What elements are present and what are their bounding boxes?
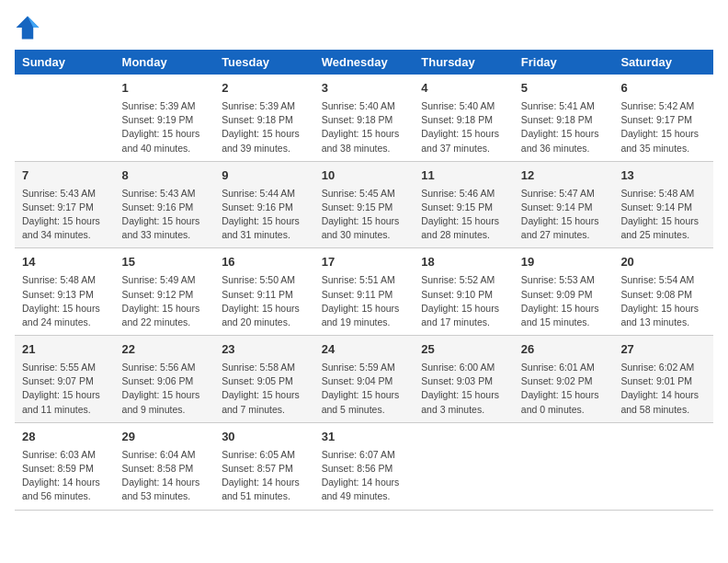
calendar-cell: 7Sunrise: 5:43 AM Sunset: 9:17 PM Daylig… — [15, 161, 115, 248]
day-number: 13 — [620, 167, 706, 185]
day-info: Sunrise: 5:43 AM Sunset: 9:16 PM Dayligh… — [122, 187, 208, 243]
calendar-cell — [613, 422, 713, 510]
day-info: Sunrise: 5:50 AM Sunset: 9:11 PM Dayligh… — [222, 273, 307, 329]
calendar-cell: 15Sunrise: 5:49 AM Sunset: 9:12 PM Dayli… — [115, 248, 215, 336]
day-info: Sunrise: 5:41 AM Sunset: 9:18 PM Dayligh… — [521, 99, 607, 155]
calendar-cell: 25Sunrise: 6:00 AM Sunset: 9:03 PM Dayli… — [414, 336, 514, 423]
day-number: 8 — [122, 167, 208, 185]
day-number: 1 — [122, 80, 208, 98]
day-info: Sunrise: 5:47 AM Sunset: 9:14 PM Dayligh… — [521, 187, 607, 243]
day-info: Sunrise: 5:54 AM Sunset: 9:08 PM Dayligh… — [620, 273, 706, 329]
calendar-cell: 1Sunrise: 5:39 AM Sunset: 9:19 PM Daylig… — [115, 75, 215, 161]
calendar-cell: 9Sunrise: 5:44 AM Sunset: 9:16 PM Daylig… — [214, 161, 314, 248]
day-info: Sunrise: 5:53 AM Sunset: 9:09 PM Dayligh… — [521, 273, 607, 329]
day-info: Sunrise: 5:39 AM Sunset: 9:19 PM Dayligh… — [122, 99, 208, 155]
calendar-cell: 18Sunrise: 5:52 AM Sunset: 9:10 PM Dayli… — [414, 248, 514, 336]
day-info: Sunrise: 5:44 AM Sunset: 9:16 PM Dayligh… — [222, 187, 307, 243]
calendar-cell: 28Sunrise: 6:03 AM Sunset: 8:59 PM Dayli… — [15, 422, 115, 510]
calendar-cell: 3Sunrise: 5:40 AM Sunset: 9:18 PM Daylig… — [314, 75, 415, 161]
day-info: Sunrise: 6:02 AM Sunset: 9:01 PM Dayligh… — [620, 361, 706, 417]
day-number: 4 — [421, 80, 506, 98]
day-info: Sunrise: 5:40 AM Sunset: 9:18 PM Dayligh… — [421, 99, 506, 155]
day-number: 19 — [521, 254, 607, 271]
day-number: 14 — [22, 254, 108, 271]
calendar-cell: 11Sunrise: 5:46 AM Sunset: 9:15 PM Dayli… — [414, 161, 514, 248]
day-number: 9 — [222, 167, 307, 185]
day-number: 3 — [322, 80, 407, 98]
day-number: 10 — [322, 167, 407, 185]
calendar-cell — [15, 75, 115, 161]
calendar-cell — [514, 422, 614, 510]
calendar-table: SundayMondayTuesdayWednesdayThursdayFrid… — [15, 50, 713, 511]
day-info: Sunrise: 5:49 AM Sunset: 9:12 PM Dayligh… — [122, 273, 208, 329]
logo-icon — [15, 15, 40, 40]
header-row: SundayMondayTuesdayWednesdayThursdayFrid… — [15, 50, 713, 75]
day-info: Sunrise: 6:00 AM Sunset: 9:03 PM Dayligh… — [421, 361, 506, 417]
calendar-cell: 22Sunrise: 5:56 AM Sunset: 9:06 PM Dayli… — [115, 336, 215, 423]
week-row-1: 1Sunrise: 5:39 AM Sunset: 9:19 PM Daylig… — [15, 75, 713, 161]
col-header-wednesday: Wednesday — [314, 50, 415, 75]
day-info: Sunrise: 5:48 AM Sunset: 9:13 PM Dayligh… — [22, 273, 108, 329]
day-info: Sunrise: 5:45 AM Sunset: 9:15 PM Dayligh… — [322, 187, 407, 243]
calendar-cell: 8Sunrise: 5:43 AM Sunset: 9:16 PM Daylig… — [115, 161, 215, 248]
calendar-cell: 20Sunrise: 5:54 AM Sunset: 9:08 PM Dayli… — [613, 248, 713, 336]
calendar-cell: 26Sunrise: 6:01 AM Sunset: 9:02 PM Dayli… — [514, 336, 614, 423]
day-number: 11 — [421, 167, 506, 185]
day-info: Sunrise: 6:07 AM Sunset: 8:56 PM Dayligh… — [322, 448, 407, 504]
calendar-cell: 16Sunrise: 5:50 AM Sunset: 9:11 PM Dayli… — [214, 248, 314, 336]
day-number: 18 — [421, 254, 506, 271]
day-number: 23 — [222, 341, 307, 359]
calendar-cell: 5Sunrise: 5:41 AM Sunset: 9:18 PM Daylig… — [514, 75, 614, 161]
calendar-cell: 13Sunrise: 5:48 AM Sunset: 9:14 PM Dayli… — [613, 161, 713, 248]
day-number: 16 — [222, 254, 307, 271]
day-number: 30 — [222, 429, 307, 446]
day-number: 2 — [222, 80, 307, 98]
day-number: 5 — [521, 80, 607, 98]
day-info: Sunrise: 6:04 AM Sunset: 8:58 PM Dayligh… — [122, 448, 208, 504]
day-number: 22 — [122, 341, 208, 359]
calendar-cell: 24Sunrise: 5:59 AM Sunset: 9:04 PM Dayli… — [314, 336, 415, 423]
day-number: 21 — [22, 341, 108, 359]
day-info: Sunrise: 5:58 AM Sunset: 9:05 PM Dayligh… — [222, 361, 307, 417]
calendar-cell: 19Sunrise: 5:53 AM Sunset: 9:09 PM Dayli… — [514, 248, 614, 336]
day-info: Sunrise: 6:03 AM Sunset: 8:59 PM Dayligh… — [22, 448, 108, 504]
calendar-cell: 17Sunrise: 5:51 AM Sunset: 9:11 PM Dayli… — [314, 248, 415, 336]
day-number: 31 — [322, 429, 407, 446]
calendar-cell: 31Sunrise: 6:07 AM Sunset: 8:56 PM Dayli… — [314, 422, 415, 510]
week-row-3: 14Sunrise: 5:48 AM Sunset: 9:13 PM Dayli… — [15, 248, 713, 336]
day-number: 25 — [421, 341, 506, 359]
day-number: 6 — [620, 80, 706, 98]
day-number: 7 — [22, 167, 108, 185]
day-number: 27 — [620, 341, 706, 359]
day-number: 20 — [620, 254, 706, 271]
day-number: 12 — [521, 167, 607, 185]
day-number: 28 — [22, 429, 108, 446]
day-info: Sunrise: 5:59 AM Sunset: 9:04 PM Dayligh… — [322, 361, 407, 417]
calendar-cell: 30Sunrise: 6:05 AM Sunset: 8:57 PM Dayli… — [214, 422, 314, 510]
calendar-cell: 29Sunrise: 6:04 AM Sunset: 8:58 PM Dayli… — [115, 422, 215, 510]
day-info: Sunrise: 6:05 AM Sunset: 8:57 PM Dayligh… — [222, 448, 307, 504]
col-header-saturday: Saturday — [613, 50, 713, 75]
week-row-4: 21Sunrise: 5:55 AM Sunset: 9:07 PM Dayli… — [15, 336, 713, 423]
day-number: 26 — [521, 341, 607, 359]
col-header-friday: Friday — [514, 50, 614, 75]
day-info: Sunrise: 5:48 AM Sunset: 9:14 PM Dayligh… — [620, 187, 706, 243]
day-info: Sunrise: 5:46 AM Sunset: 9:15 PM Dayligh… — [421, 187, 506, 243]
day-number: 15 — [122, 254, 208, 271]
day-info: Sunrise: 5:51 AM Sunset: 9:11 PM Dayligh… — [322, 273, 407, 329]
page-header — [15, 15, 713, 40]
day-info: Sunrise: 5:42 AM Sunset: 9:17 PM Dayligh… — [620, 99, 706, 155]
col-header-thursday: Thursday — [414, 50, 514, 75]
day-info: Sunrise: 6:01 AM Sunset: 9:02 PM Dayligh… — [521, 361, 607, 417]
day-info: Sunrise: 5:52 AM Sunset: 9:10 PM Dayligh… — [421, 273, 506, 329]
calendar-cell: 27Sunrise: 6:02 AM Sunset: 9:01 PM Dayli… — [613, 336, 713, 423]
calendar-cell: 6Sunrise: 5:42 AM Sunset: 9:17 PM Daylig… — [613, 75, 713, 161]
day-info: Sunrise: 5:39 AM Sunset: 9:18 PM Dayligh… — [222, 99, 307, 155]
calendar-cell: 12Sunrise: 5:47 AM Sunset: 9:14 PM Dayli… — [514, 161, 614, 248]
calendar-cell: 21Sunrise: 5:55 AM Sunset: 9:07 PM Dayli… — [15, 336, 115, 423]
calendar-cell — [414, 422, 514, 510]
day-info: Sunrise: 5:56 AM Sunset: 9:06 PM Dayligh… — [122, 361, 208, 417]
calendar-cell: 14Sunrise: 5:48 AM Sunset: 9:13 PM Dayli… — [15, 248, 115, 336]
day-info: Sunrise: 5:43 AM Sunset: 9:17 PM Dayligh… — [22, 187, 108, 243]
col-header-tuesday: Tuesday — [214, 50, 314, 75]
